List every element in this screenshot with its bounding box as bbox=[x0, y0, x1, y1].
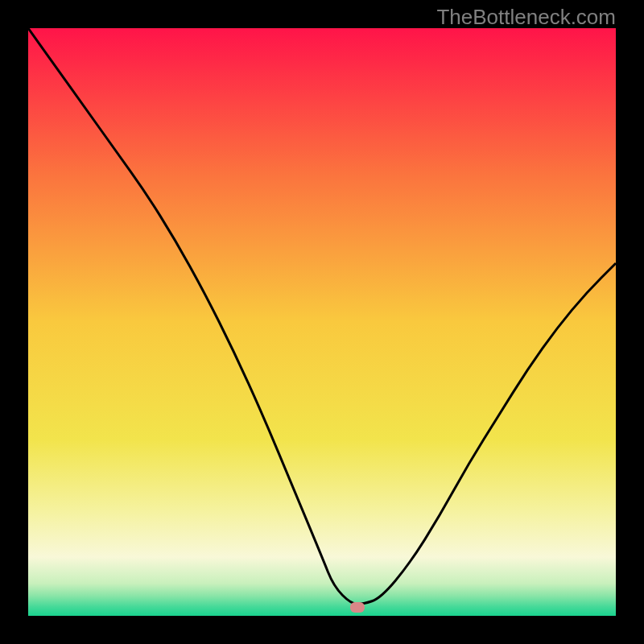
bottleneck-marker bbox=[350, 602, 365, 613]
plot-area bbox=[28, 28, 616, 616]
chart-container: TheBottleneck.com bbox=[0, 0, 644, 644]
watermark-text: TheBottleneck.com bbox=[436, 5, 616, 30]
curve-line bbox=[28, 28, 616, 616]
